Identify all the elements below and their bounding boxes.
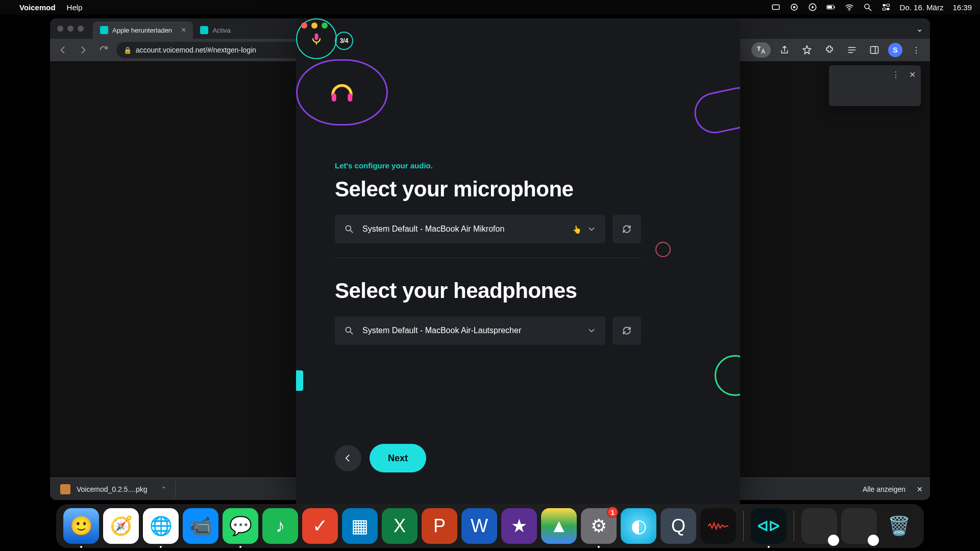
headphones-select-value: System Default - MacBook Air-Lautspreche… [362, 326, 521, 335]
dock-powerpoint[interactable]: P [422, 508, 457, 544]
download-chevron-icon[interactable]: ⌃ [161, 485, 167, 493]
next-button[interactable]: Next [370, 444, 426, 472]
window-minimize-button[interactable] [311, 22, 317, 29]
browser-tab-1[interactable]: Apple herunterladen × [93, 21, 193, 39]
chrome-menu-button[interactable]: ⋮ [908, 41, 925, 59]
dock-voice-memos[interactable] [700, 508, 736, 544]
dock-todoist[interactable]: ✓ [302, 508, 338, 544]
wizard-nav: Next [335, 444, 426, 472]
svg-rect-12 [883, 8, 886, 11]
avatar-letter: S [893, 46, 897, 54]
macos-menubar: Voicemod Help Do. 16. März 16:39 [0, 0, 980, 14]
browser-tab-2[interactable]: Activa [193, 21, 237, 39]
dock-voicemod[interactable]: ᐊᐅ [751, 508, 787, 544]
svg-rect-6 [834, 6, 835, 8]
microphone-refresh-button[interactable] [612, 215, 641, 243]
window-zoom-button[interactable] [322, 22, 328, 29]
svg-point-21 [346, 327, 351, 332]
headphone-graphic-icon [296, 59, 388, 126]
chevron-down-icon [587, 224, 596, 234]
sidepanel-button[interactable] [866, 41, 883, 59]
window-close-button[interactable] [301, 22, 307, 29]
menubar-language-icon[interactable] [771, 3, 780, 12]
reading-list-button[interactable] [843, 41, 861, 59]
menubar-left: Voicemod Help [8, 3, 82, 12]
svg-rect-16 [315, 34, 318, 40]
voicemod-setup-window: 3/4 Let's configure your audio. Select y… [296, 18, 740, 508]
menubar-spotlight-icon[interactable] [863, 3, 872, 12]
app-traffic-lights[interactable] [301, 22, 328, 29]
nav-reload-button[interactable] [96, 42, 111, 58]
chrome-badge-icon [868, 535, 879, 546]
show-all-downloads-button[interactable]: Alle anzeigen [863, 485, 905, 493]
dock-google-drive[interactable]: ▲ [541, 508, 577, 544]
back-button[interactable] [335, 445, 361, 471]
nav-forward-button[interactable] [76, 42, 91, 58]
close-downloads-bar-button[interactable]: ✕ [917, 485, 923, 493]
menubar-wifi-icon[interactable] [845, 3, 854, 12]
svg-point-8 [865, 4, 869, 9]
section-divider [335, 258, 641, 258]
menubar-battery-icon[interactable] [826, 3, 836, 12]
dock-imovie[interactable]: ★ [501, 508, 537, 544]
translate-button[interactable] [751, 42, 771, 58]
menubar-date[interactable]: Do. 16. März [900, 3, 944, 12]
tab-close-button[interactable]: × [181, 26, 186, 35]
dock-spotify[interactable]: ♪ [262, 508, 298, 544]
headphones-select-row: System Default - MacBook Air-Lautspreche… [335, 316, 641, 345]
tab-list-chevron-icon[interactable]: ⌄ [916, 24, 923, 34]
arrow-left-icon [343, 453, 353, 463]
menubar-app-name[interactable]: Voicemod [19, 3, 56, 12]
refresh-icon [622, 224, 632, 234]
dock-finder[interactable]: 🙂 [63, 508, 99, 544]
svg-line-9 [869, 8, 871, 11]
dock-excel[interactable]: X [382, 508, 418, 544]
popup-menu-icon[interactable]: ⋮ [892, 70, 900, 80]
chrome-badge-icon [828, 535, 839, 546]
search-icon [344, 325, 354, 336]
setup-content: Let's configure your audio. Select your … [335, 161, 641, 359]
dock-chrome[interactable]: 🌐 [143, 508, 179, 544]
dock-minimized-window-1[interactable] [801, 508, 837, 544]
download-filename: Voicemod_0.2.5....pkg [77, 485, 148, 493]
find-in-page-popup[interactable]: ⋮ ✕ [829, 65, 921, 106]
svg-rect-17 [332, 93, 336, 102]
menubar-control-center-icon[interactable] [881, 3, 891, 12]
svg-rect-5 [827, 6, 832, 8]
svg-point-19 [346, 226, 351, 231]
dock-minimized-window-2[interactable] [841, 508, 877, 544]
dock-word[interactable]: W [461, 508, 497, 544]
extensions-button[interactable] [821, 41, 838, 59]
browser-traffic-lights[interactable] [57, 26, 84, 32]
lock-icon: 🔒 [124, 46, 132, 54]
microphone-select[interactable]: System Default - MacBook Air Mikrofon 👆 [335, 215, 605, 243]
popup-close-button[interactable]: ✕ [909, 70, 916, 80]
dock-quicktime[interactable]: Q [660, 508, 696, 544]
tab-favicon-icon [100, 26, 108, 34]
dock-trash[interactable]: 🗑️ [881, 508, 917, 544]
menubar-record-icon[interactable] [790, 3, 799, 12]
menubar-play-icon[interactable] [808, 3, 817, 12]
dock-siri[interactable]: ◐ [621, 508, 656, 544]
menubar-right: Do. 16. März 16:39 [771, 3, 972, 12]
macos-dock: 🙂 🧭 🌐 📹 💬 ♪ ✓ ▦ X P W ★ ▲ ⚙1 ◐ Q ᐊᐅ 🗑️ [56, 504, 924, 548]
share-button[interactable] [776, 41, 793, 59]
headphones-select[interactable]: System Default - MacBook Air-Lautspreche… [335, 316, 605, 345]
chevron-down-icon [587, 326, 596, 335]
nav-back-button[interactable] [55, 42, 70, 58]
menubar-time[interactable]: 16:39 [952, 3, 972, 12]
dock-trello[interactable]: ▦ [342, 508, 378, 544]
dock-safari[interactable]: 🧭 [103, 508, 139, 544]
step-text: 3/4 [340, 37, 349, 44]
menubar-help[interactable]: Help [67, 3, 83, 12]
bookmark-button[interactable] [798, 41, 816, 59]
tab-title: Apple herunterladen [112, 27, 172, 34]
svg-rect-14 [871, 46, 878, 53]
dock-settings[interactable]: ⚙1 [581, 508, 617, 544]
profile-avatar[interactable]: S [888, 43, 902, 57]
dock-zoom[interactable]: 📹 [183, 508, 218, 544]
headphones-refresh-button[interactable] [612, 316, 641, 345]
dock-whatsapp[interactable]: 💬 [223, 508, 258, 544]
microphone-select-value: System Default - MacBook Air Mikrofon [362, 224, 504, 234]
download-item[interactable]: Voicemod_0.2.5....pkg ⌃ [57, 481, 176, 498]
